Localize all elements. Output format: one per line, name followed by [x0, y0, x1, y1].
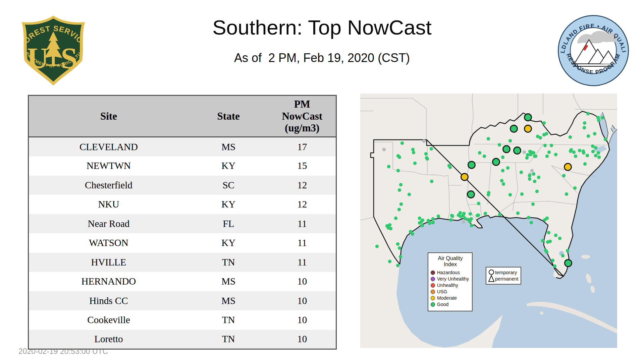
table-header-row: Site State PM NowCast (ug/m3) [29, 96, 336, 137]
table-cell: 10 [269, 330, 336, 349]
monitor-dot-good [501, 169, 504, 172]
monitor-dot-good [431, 221, 435, 224]
table-row: NEWTWNKY15 [29, 156, 336, 176]
table-cell: NEWTWN [29, 156, 189, 176]
monitor-dot-good [569, 135, 572, 139]
temporary-monitor-good [493, 159, 500, 166]
monitor-dot-good [601, 116, 604, 119]
temporary-monitor-good [503, 146, 510, 153]
monitor-dot-good [573, 186, 577, 190]
monitor-dot-inactive [382, 148, 386, 151]
aqi-color-dot-icon [431, 302, 435, 307]
monitor-dot-good [400, 141, 404, 145]
nowcast-table: Site State PM NowCast (ug/m3) CLEVELANDM… [28, 95, 337, 350]
temporary-monitor-good [511, 125, 518, 132]
table-cell: Near Road [29, 214, 189, 234]
table-cell: WATSON [29, 233, 189, 253]
monitor-dot-good [450, 214, 453, 217]
monitor-dot-good [582, 149, 585, 153]
monitor-dot-good [397, 208, 401, 211]
monitor-dot-good [535, 190, 539, 193]
aqi-legend-label: Moderate [437, 295, 457, 301]
nowcast-table-container: Site State PM NowCast (ug/m3) CLEVELANDM… [28, 95, 337, 350]
symbol-legend: temporary permanent [486, 267, 521, 285]
table-cell: KY [189, 156, 269, 176]
monitor-dot-good [545, 217, 549, 220]
svg-text:U: U [27, 41, 49, 74]
table-cell: SC [189, 176, 269, 195]
monitor-dot-good [586, 112, 590, 115]
monitor-dot-good [398, 246, 401, 250]
header-state: State [189, 96, 269, 137]
monitor-dot-good [572, 150, 576, 154]
table-cell: FL [189, 214, 269, 234]
table-cell: TN [189, 330, 269, 349]
monitor-dot-good [516, 212, 520, 215]
aqi-legend-item: Unhealthy [431, 283, 470, 288]
temporary-monitor-moderate [525, 125, 532, 132]
monitor-dot-good [476, 214, 479, 217]
table-cell: HERNANDO [29, 272, 189, 291]
monitor-dot-good [498, 213, 501, 216]
table-row: NKUKY12 [29, 195, 336, 214]
monitor-dot-good [578, 149, 581, 152]
table-row: CLEVELANDMS17 [29, 137, 336, 157]
monitor-dot-good [399, 202, 403, 206]
temporary-monitor-good [525, 114, 532, 121]
table-cell: Loretto [29, 330, 189, 349]
aqi-legend-label: Very Unhealthy [437, 276, 469, 282]
monitor-dot-good [597, 119, 600, 122]
monitor-dot-good [430, 147, 433, 150]
table-cell: 12 [269, 195, 336, 214]
symbol-label-temporary: temporary [495, 269, 518, 276]
monitor-dot-good [508, 193, 512, 196]
monitor-dot-good [554, 234, 557, 237]
monitor-dot-good [375, 245, 379, 248]
monitor-dot-good [527, 216, 530, 219]
monitor-dot-good [547, 231, 550, 234]
monitor-dot-good [389, 227, 392, 230]
monitor-dot-good [506, 166, 509, 170]
monitor-dot-good [526, 153, 529, 157]
monitor-dot-good [525, 156, 529, 160]
monitor-dot-good [591, 150, 595, 153]
aqi-color-dot-icon [431, 290, 435, 294]
monitor-dot-good [478, 151, 481, 155]
monitor-dot-good [484, 212, 487, 215]
monitor-dot-good [562, 174, 566, 177]
monitor-dot-good [426, 157, 429, 161]
monitor-dot-good [531, 202, 535, 206]
monitor-dot-good [565, 192, 568, 196]
monitor-dot-good [424, 152, 428, 156]
table-cell: CLEVELAND [29, 137, 189, 157]
temporary-permanent-icon [488, 269, 495, 283]
aqi-legend-label: Hazardous [437, 270, 460, 275]
table-cell: NKU [29, 195, 189, 214]
table-cell: 10 [269, 272, 336, 291]
monitor-dot-good [543, 144, 547, 147]
monitor-dot-good [548, 240, 552, 243]
monitor-dot-inactive [530, 169, 534, 172]
aqi-legend-label: Good [437, 302, 448, 307]
aqi-legend: Air Quality Index HazardousVery Unhealth… [428, 252, 473, 311]
monitor-dot-good [594, 154, 597, 157]
temporary-monitor-good [468, 191, 475, 198]
monitor-dot-good [561, 254, 565, 257]
monitor-dot-good [408, 193, 411, 196]
monitor-dot-good [586, 154, 589, 157]
monitor-dot-good [421, 224, 424, 227]
table-cell: MS [189, 272, 269, 291]
table-cell: MS [189, 137, 269, 157]
monitor-dot-good [537, 176, 540, 179]
monitor-dot-good [528, 177, 531, 181]
monitor-dot-good [545, 155, 549, 158]
aqi-legend-item: Hazardous [431, 270, 470, 275]
aqi-color-dot-icon [431, 296, 435, 300]
table-cell: 10 [269, 291, 336, 311]
table-row: CookevilleTN10 [29, 310, 336, 330]
monitor-dot-good [520, 171, 523, 174]
monitor-map: Air Quality Index HazardousVery Unhealth… [360, 94, 617, 348]
monitor-dot-good [399, 183, 402, 186]
table-cell: KY [189, 233, 269, 253]
aqi-color-dot-icon [431, 283, 435, 288]
